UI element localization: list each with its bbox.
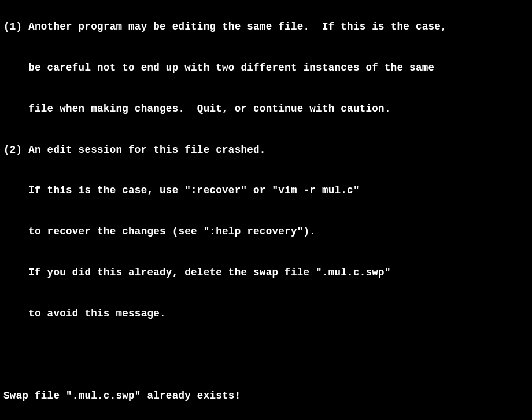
advice-2-line-1: (2) An edit session for this file crashe…: [3, 143, 529, 157]
advice-1-line-2: be careful not to end up with two differ…: [3, 61, 529, 75]
advice-2-line-4: If you did this already, delete the swap…: [3, 266, 529, 280]
swap-exists-warning: Swap file ".mul.c.swp" already exists!: [3, 389, 529, 403]
terminal-window[interactable]: E325: ATTENTION Found a swap file by the…: [3, 55, 529, 421]
advice-1-line-3: file when making changes. Quit, or conti…: [3, 102, 529, 116]
advice-1-line-1: (1) Another program may be editing the s…: [3, 20, 529, 34]
blank-line-2: [3, 348, 529, 362]
advice-2-line-3: to recover the changes (see ":help recov…: [3, 225, 529, 239]
terminal-content: E325: ATTENTION Found a swap file by the…: [3, 0, 529, 420]
advice-2-line-5: to avoid this message.: [3, 307, 529, 321]
advice-2-line-2: If this is the case, use ":recover" or "…: [3, 184, 529, 198]
